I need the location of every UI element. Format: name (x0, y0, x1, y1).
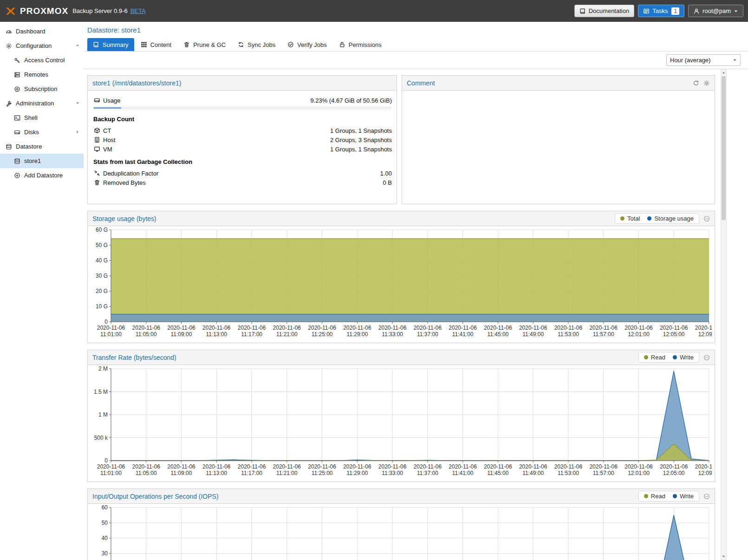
tab-label: Sync Jobs (247, 41, 275, 48)
tab-prune-gc[interactable]: Prune & GC (178, 38, 231, 51)
svg-text:12:05:00: 12:05:00 (663, 470, 685, 476)
vertical-scrollbar[interactable] (721, 69, 727, 560)
svg-text:11:45:00: 11:45:00 (487, 331, 508, 338)
scroll-up-icon[interactable] (721, 70, 726, 76)
content-scroll-area: store1 (/mnt/datastores/store1) Usage 9.… (84, 69, 721, 560)
sidebar-item-configuration[interactable]: Configuration (0, 39, 84, 53)
top-bar: PROXMOX Backup Server 0.9-6 BETA Documen… (0, 0, 748, 22)
tasks-button[interactable]: Tasks 1 (638, 5, 684, 17)
svg-text:11:17:00: 11:17:00 (241, 331, 262, 338)
svg-text:60: 60 (102, 505, 108, 511)
sidebar-item-administration[interactable]: Administration (0, 96, 84, 111)
legend-item-write[interactable]: Write (673, 493, 694, 500)
user-menu-button[interactable]: root@pam (688, 5, 743, 17)
sidebar-item-access-control[interactable]: Access Control (0, 53, 84, 67)
svg-text:40: 40 (102, 535, 108, 541)
svg-text:12:05:00: 12:05:00 (663, 331, 685, 338)
collapse-icon[interactable] (703, 354, 710, 361)
collapse-icon[interactable] (703, 493, 710, 500)
svg-text:2020-11-06: 2020-11-06 (273, 325, 301, 331)
svg-text:11:17:00: 11:17:00 (241, 470, 262, 476)
tab-label: Permissions (349, 41, 382, 48)
caret-down-icon (734, 9, 738, 13)
sidebar-item-shell[interactable]: Shell (0, 111, 84, 125)
svg-text:2020-11-06: 2020-11-06 (343, 325, 371, 331)
vm-icon (92, 146, 101, 152)
svg-text:11:09:00: 11:09:00 (171, 331, 192, 338)
svg-text:11:41:00: 11:41:00 (452, 331, 474, 338)
page-title: Datastore: store1 (84, 22, 748, 36)
docs-icon (579, 8, 586, 14)
usage-progress-bar (93, 107, 391, 109)
range-select[interactable]: Hour (average) (666, 54, 741, 66)
svg-text:2020-11-06: 2020-11-06 (624, 325, 653, 331)
sidebar-item-label: Disks (24, 129, 39, 136)
key-icon (13, 57, 21, 64)
collapse-icon[interactable] (703, 215, 710, 222)
legend-item-write[interactable]: Write (673, 354, 694, 361)
sidebar-item-label: store1 (24, 157, 41, 164)
beta-link[interactable]: BETA (130, 7, 146, 14)
gear-icon[interactable] (703, 80, 710, 86)
gears-icon (5, 43, 13, 49)
refresh-icon[interactable] (693, 80, 699, 86)
svg-text:20 G: 20 G (96, 288, 108, 294)
caret-right-icon[interactable] (75, 129, 80, 136)
usage-progress-fill (94, 107, 121, 109)
sidebar-item-subscription[interactable]: Subscription (0, 82, 84, 96)
svg-text:2020-11-06: 2020-11-06 (660, 325, 688, 331)
sidebar-item-store1[interactable]: store1 (0, 154, 84, 168)
tab-permissions[interactable]: Permissions (333, 38, 387, 51)
comment-body[interactable] (402, 91, 715, 204)
caret-down-icon[interactable] (75, 100, 80, 107)
tab-sync-jobs[interactable]: Sync Jobs (232, 38, 281, 51)
legend-dot (620, 216, 624, 221)
svg-text:11:01:00: 11:01:00 (100, 331, 122, 338)
user-label: root@pam (702, 7, 731, 14)
usage-label: Usage (103, 97, 121, 104)
trash-icon (183, 41, 190, 48)
subscription-icon (13, 86, 21, 92)
iops-chart: 01020304050602020-11-0611:01:002020-11-0… (88, 504, 715, 560)
svg-text:11:13:00: 11:13:00 (206, 331, 227, 338)
documentation-button[interactable]: Documentation (574, 5, 634, 17)
stat-value: 1.00 (380, 170, 392, 177)
sidebar-item-datastore[interactable]: Datastore (0, 139, 84, 154)
scroll-down-icon[interactable] (721, 553, 726, 560)
comment-panel-header: Comment (402, 76, 715, 91)
svg-text:12:09:00: 12:09:00 (698, 470, 712, 476)
svg-text:2020-11-06: 2020-11-06 (202, 463, 231, 470)
stat-row-host: Host2 Groups, 3 Snapshots (92, 135, 392, 144)
stat-label: Removed Bytes (103, 179, 146, 186)
stat-value: 1 Groups, 1 Snapshots (330, 127, 392, 134)
caret-down-icon[interactable] (75, 42, 80, 49)
transfer-rate-panel: Transfer Rate (bytes/second)ReadWrite050… (87, 350, 715, 482)
tasks-badge: 1 (671, 7, 679, 15)
legend-item-read[interactable]: Read (644, 354, 665, 361)
sidebar-item-disks[interactable]: Disks (0, 125, 84, 139)
stat-row-deduplication-factor: Deduplication Factor1.00 (92, 169, 392, 178)
storage-usage-panel: Storage usage (bytes)TotalStorage usage0… (87, 211, 715, 343)
chart-title: Input/Output Operations per Second (IOPS… (92, 493, 219, 500)
tab-verify-jobs[interactable]: Verify Jobs (282, 38, 332, 51)
tab-content[interactable]: Content (135, 38, 177, 51)
sidebar-item-dashboard[interactable]: Dashboard (0, 24, 84, 39)
legend-item-total[interactable]: Total (620, 215, 640, 222)
sidebar-item-remotes[interactable]: Remotes (0, 67, 84, 82)
scrollbar-thumb[interactable] (722, 76, 726, 220)
documentation-label: Documentation (589, 7, 629, 14)
svg-text:2020-11-06: 2020-11-06 (378, 325, 407, 331)
svg-text:2020-11-06: 2020-11-06 (167, 325, 195, 331)
legend-item-storage-usage[interactable]: Storage usage (647, 215, 694, 222)
main-content: Datastore: store1 SummaryContentPrune & … (84, 22, 748, 560)
svg-text:40 G: 40 G (96, 257, 108, 264)
tab-summary[interactable]: Summary (87, 38, 134, 51)
svg-text:2020-11-06: 2020-11-06 (484, 463, 512, 470)
stat-row-removed-bytes: Removed Bytes0 B (92, 178, 392, 187)
chart-header: Storage usage (bytes)TotalStorage usage (88, 211, 715, 226)
stat-row-usage: Usage 9.23% (4.67 GiB of 50.56 GiB) (92, 94, 392, 106)
legend-item-read[interactable]: Read (644, 493, 665, 500)
sidebar-item-add-datastore[interactable]: Add Datastore (0, 168, 84, 182)
stat-label: Deduplication Factor (103, 170, 158, 177)
svg-text:11:49:00: 11:49:00 (522, 331, 544, 338)
